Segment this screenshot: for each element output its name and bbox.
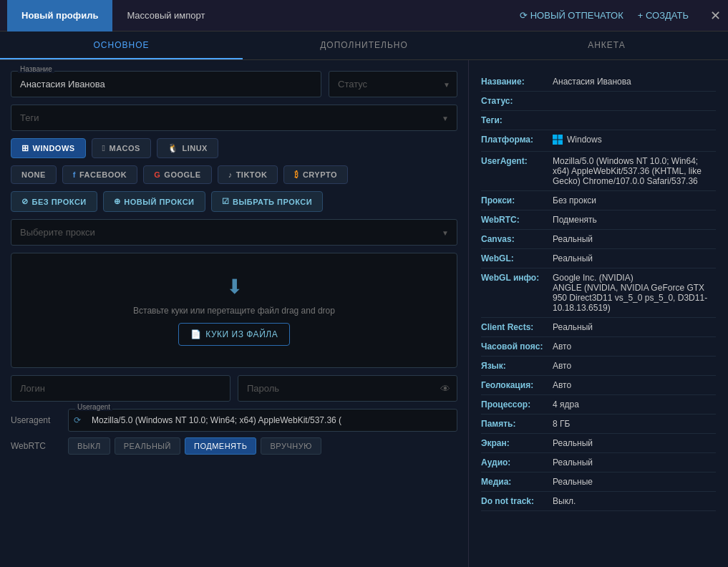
info-row: Do not track:Выкл. xyxy=(481,492,716,511)
webrtc-label: WebRTC xyxy=(11,441,57,451)
info-key: UserAgent: xyxy=(481,156,553,186)
info-key: Статус: xyxy=(481,96,553,106)
info-key: Прокси: xyxy=(481,195,553,205)
info-value: Без прокси xyxy=(553,195,716,205)
info-row: Платформа: Windows xyxy=(481,130,716,152)
tab-new-profile[interactable]: Новый профиль xyxy=(7,0,112,32)
status-select[interactable]: Статус xyxy=(329,71,457,97)
apple-icon:  xyxy=(102,143,106,153)
info-value: Авто xyxy=(553,380,716,390)
name-input[interactable] xyxy=(11,71,321,97)
info-key: WebRTC: xyxy=(481,215,553,225)
platform-btn-group: ⊞ WINDOWS  MACOS 🐧 LINUX xyxy=(11,138,457,158)
info-key: Do not track: xyxy=(481,496,553,506)
webrtc-replace-btn[interactable]: ПОДМЕНЯТЬ xyxy=(185,437,257,455)
drop-text: Вставьте куки или перетащите файл drag a… xyxy=(133,306,335,316)
cookie-crypto-btn[interactable]: ₿ CRYPTO xyxy=(283,165,348,184)
useragent-label: Useragent xyxy=(11,415,57,425)
new-proxy-btn[interactable]: ⊕ НОВЫЙ ПРОКСИ xyxy=(103,191,205,212)
webrtc-off-btn[interactable]: ВЫКЛ xyxy=(68,437,110,455)
new-proxy-icon: ⊕ xyxy=(114,197,121,206)
platform-windows-btn[interactable]: ⊞ WINDOWS xyxy=(11,138,86,158)
cookie-from-file-btn[interactable]: 📄 КУКИ ИЗ ФАЙЛА xyxy=(178,323,290,346)
webrtc-btn-group: ВЫКЛ РЕАЛЬНЫЙ ПОДМЕНЯТЬ ВРУЧНУЮ xyxy=(68,437,321,455)
right-panel: Название:Анастасия ИвановаСтатус:Теги:Пл… xyxy=(469,60,728,567)
info-key: Экран: xyxy=(481,438,553,448)
windows-icon: ⊞ xyxy=(21,143,29,153)
tags-wrapper: Теги xyxy=(11,105,457,131)
tab-mass-import[interactable]: Массовый импорт xyxy=(112,0,219,32)
login-group xyxy=(11,375,230,402)
info-row: Процессор:4 ядра xyxy=(481,395,716,415)
info-row: WebGL:Реальный xyxy=(481,249,716,268)
cookie-tiktok-btn[interactable]: ♪ TIKTOK xyxy=(218,165,278,184)
eye-icon[interactable]: 👁 xyxy=(440,383,450,394)
tags-select[interactable]: Теги xyxy=(11,105,457,131)
cookie-type-btn-group: NONE f FACEBOOK G GOOGLE ♪ TIKTOK ₿ CRYP… xyxy=(11,165,457,184)
tiktok-icon: ♪ xyxy=(228,170,233,179)
webrtc-real-btn[interactable]: РЕАЛЬНЫЙ xyxy=(115,437,180,455)
info-row: Аудио:Реальный xyxy=(481,453,716,472)
select-proxy-btn[interactable]: ☑ ВЫБРАТЬ ПРОКСИ xyxy=(211,191,324,212)
status-wrapper: Статус xyxy=(329,71,457,97)
info-value: Google Inc. (NVIDIA) ANGLE (NVIDIA, NVID… xyxy=(553,273,716,313)
useragent-field-label: Useragent xyxy=(75,403,112,411)
info-key: Теги: xyxy=(481,115,553,125)
info-row: Геолокация:Авто xyxy=(481,376,716,395)
info-row: Язык:Авто xyxy=(481,357,716,376)
info-key: Canvas: xyxy=(481,234,553,244)
google-icon: G xyxy=(154,170,160,179)
tab-form[interactable]: АНКЕТА xyxy=(485,32,728,59)
info-key: Язык: xyxy=(481,361,553,371)
info-row: Client Rects:Реальный xyxy=(481,318,716,337)
platform-macos-btn[interactable]:  MACOS xyxy=(92,138,151,158)
crypto-icon: ₿ xyxy=(294,170,299,179)
info-value xyxy=(553,115,716,125)
info-value: 8 ГБ xyxy=(553,419,716,429)
new-fingerprint-btn[interactable]: ⟳ НОВЫЙ ОТПЕЧАТОК xyxy=(520,10,623,21)
proxy-dropdown-row: Выберите прокси xyxy=(11,219,457,246)
cookie-none-btn[interactable]: NONE xyxy=(11,165,57,184)
info-row: Название:Анастасия Иванова xyxy=(481,72,716,92)
name-status-row: Название Статус xyxy=(11,71,457,97)
info-key: Процессор: xyxy=(481,399,553,410)
create-btn[interactable]: + СОЗДАТЬ xyxy=(638,10,689,21)
info-row: WebGL инфо:Google Inc. (NVIDIA) ANGLE (N… xyxy=(481,268,716,318)
tab-additional[interactable]: ДОПОЛНИТЕЛЬНО xyxy=(243,32,485,59)
password-input[interactable] xyxy=(238,375,457,402)
platform-linux-btn[interactable]: 🐧 LINUX xyxy=(157,138,218,158)
name-label: Название xyxy=(18,65,54,73)
proxy-dropdown-wrapper: Выберите прокси xyxy=(11,219,457,246)
login-password-row: 👁 xyxy=(11,375,457,402)
file-icon: 📄 xyxy=(190,329,202,339)
svg-rect-2 xyxy=(553,140,558,145)
cookie-facebook-btn[interactable]: f FACEBOOK xyxy=(62,165,138,184)
close-button[interactable]: ✕ xyxy=(710,8,721,24)
tab-basic[interactable]: ОСНОВНОЕ xyxy=(0,32,243,59)
info-value: Реальный xyxy=(553,457,716,467)
cookie-drop-zone[interactable]: ⬇ Вставьте куки или перетащите файл drag… xyxy=(11,253,457,368)
proxy-btn-group: ⊘ БЕЗ ПРОКСИ ⊕ НОВЫЙ ПРОКСИ ☑ ВЫБРАТЬ ПР… xyxy=(11,191,457,212)
top-tab-bar: Новый профиль Массовый импорт ⟳ НОВЫЙ ОТ… xyxy=(0,0,728,32)
facebook-icon: f xyxy=(73,170,76,179)
info-value: Реальный xyxy=(553,253,716,263)
webrtc-manual-btn[interactable]: ВРУЧНУЮ xyxy=(261,437,321,455)
useragent-row: Useragent Useragent ⟳ xyxy=(11,409,457,432)
info-row: UserAgent:Mozilla/5.0 (Windows NT 10.0; … xyxy=(481,152,716,191)
windows-platform-icon: Windows xyxy=(553,135,602,145)
linux-icon: 🐧 xyxy=(168,143,179,153)
info-row: WebRTC:Подменять xyxy=(481,210,716,230)
download-icon: ⬇ xyxy=(226,275,243,299)
info-value xyxy=(553,96,716,106)
select-proxy-icon: ☑ xyxy=(222,197,230,206)
login-input[interactable] xyxy=(11,375,230,402)
useragent-input[interactable] xyxy=(68,409,457,432)
proxy-dropdown[interactable]: Выберите прокси xyxy=(11,219,457,246)
cookie-google-btn[interactable]: G GOOGLE xyxy=(143,165,211,184)
info-value: 4 ядра xyxy=(553,399,716,410)
no-proxy-btn[interactable]: ⊘ БЕЗ ПРОКСИ xyxy=(11,191,97,212)
info-value: Реальные xyxy=(553,477,716,487)
info-row: Часовой пояс:Авто xyxy=(481,337,716,357)
info-row: Теги: xyxy=(481,111,716,130)
info-key: Часовой пояс: xyxy=(481,341,553,352)
